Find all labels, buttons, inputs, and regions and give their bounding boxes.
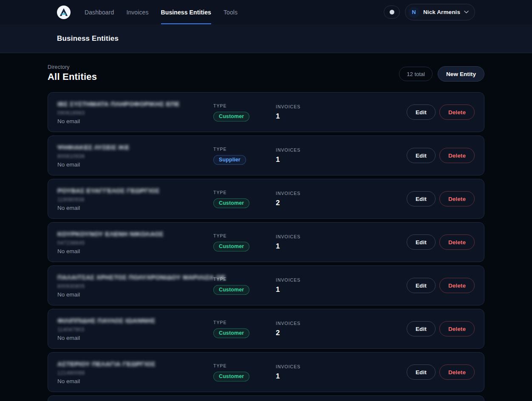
chevron-down-icon xyxy=(464,11,469,14)
page-header: Business Entities xyxy=(0,24,532,53)
entity-email: No email xyxy=(57,161,213,168)
invoice-count: 1 xyxy=(276,112,407,121)
entity-actions: Edit Delete xyxy=(407,364,475,380)
type-badge: Customer xyxy=(213,328,249,338)
type-label: TYPE xyxy=(213,363,276,368)
entity-actions: Edit Delete xyxy=(407,321,475,336)
entity-name: ΠΑΛΑΙΤΣΑΣ ΧΡΗΣΤΟΣ ΠΟΛΥΧΡΟΝΙΔΟΥ ΜΑΡΙΛΙΖΑ … xyxy=(57,274,213,281)
total-count-badge: 12 total xyxy=(399,67,433,81)
entity-name: ΑΣΤΕΡΙΟΥ ΠΕΛΑΓΙΑ ΓΕΩΡΓΙΟΣ xyxy=(57,360,213,367)
nav-item-tools[interactable]: Tools xyxy=(224,0,238,24)
directory-eyebrow: Directory xyxy=(48,64,97,70)
top-nav: DashboardInvoicesBusiness EntitiesTools … xyxy=(0,0,532,24)
theme-toggle-button[interactable] xyxy=(384,6,400,19)
invoices-label: INVOICES xyxy=(276,147,407,152)
invoices-label: INVOICES xyxy=(276,191,407,196)
entity-invoices-column: INVOICES 2 xyxy=(276,191,407,207)
entity-type-column: TYPE Supplier xyxy=(213,147,276,165)
invoice-count: 1 xyxy=(276,242,407,251)
delete-button[interactable]: Delete xyxy=(439,234,475,250)
user-name: Nick Armenis xyxy=(423,9,460,15)
type-badge: Customer xyxy=(213,372,249,381)
type-label: TYPE xyxy=(213,320,276,325)
invoices-label: INVOICES xyxy=(276,104,407,109)
invoice-count: 2 xyxy=(276,329,407,337)
entity-name: ΚΟΥΡΚΟΥΝΟΥ ΕΛΕΝΗ ΝΙΚΟΛΑΟΣ xyxy=(57,230,213,237)
entity-invoices-column: INVOICES 1 xyxy=(276,277,407,294)
entity-email: No email xyxy=(57,205,213,211)
main-content: Directory All Entities 12 total New Enti… xyxy=(48,64,484,401)
edit-button[interactable]: Edit xyxy=(407,364,436,380)
entity-tax-id: 800810936 xyxy=(57,153,213,159)
entity-tax-id: 114047903 xyxy=(57,327,213,333)
edit-button[interactable]: Edit xyxy=(407,148,436,163)
entity-card: ΚΟΥΡΚΟΥΝΟΥ ΕΛΕΝΗ ΝΙΚΟΛΑΟΣ 047238845 No e… xyxy=(48,222,484,262)
directory-title: All Entities xyxy=(48,71,97,82)
entity-info: ΑΣΤΕΡΙΟΥ ΠΕΛΑΓΙΑ ΓΕΩΡΓΙΟΣ 121480088 No e… xyxy=(57,360,213,384)
type-badge: Customer xyxy=(213,242,249,251)
entity-actions: Edit Delete xyxy=(407,234,475,250)
entity-card: ΡΟΥΒΑΣ ΕΥΑΓΓΕΛΟΣ ΓΕΩΡΓΙΟΣ 119080938 No e… xyxy=(48,179,484,219)
entity-card: ΦΙΛΙΠΠΙΔΗΣ ΠΑΥΛΟΣ ΙΩΑΝΝΗΣ 114047903 No e… xyxy=(48,309,484,349)
delete-button[interactable]: Delete xyxy=(439,191,475,206)
avatar: N xyxy=(408,7,419,18)
invoices-label: INVOICES xyxy=(276,364,407,369)
entity-info: ΙΒΣ ΣΥΣΤΗΜΑΤΑ ΠΛΗΡΟΦΟΡΙΚΗΣ ΕΠΕ 090618983… xyxy=(57,100,213,124)
entity-actions: Edit Delete xyxy=(407,191,475,206)
edit-button[interactable]: Edit xyxy=(407,278,436,293)
entity-card: ΨΗΦΙΑΚΕΣ ΛΥΣΕΙΣ ΙΚΕ 800810936 No email T… xyxy=(48,136,484,175)
app-logo[interactable] xyxy=(57,6,71,19)
entity-invoices-column: INVOICES 1 xyxy=(276,234,407,251)
invoice-count: 1 xyxy=(276,285,407,294)
entity-info: ΡΟΥΒΑΣ ΕΥΑΓΓΕΛΟΣ ΓΕΩΡΓΙΟΣ 119080938 No e… xyxy=(57,187,213,211)
entity-card: ΑΣΤΕΡΙΟΥ ΠΕΛΑΓΙΑ ΓΕΩΡΓΙΟΣ 121480088 No e… xyxy=(48,352,484,392)
invoice-count: 1 xyxy=(276,372,407,381)
entity-email: No email xyxy=(57,118,213,124)
edit-button[interactable]: Edit xyxy=(407,191,436,206)
entity-type-column: TYPE Customer xyxy=(213,320,276,338)
entity-card-partial xyxy=(48,395,484,401)
new-entity-button[interactable]: New Entity xyxy=(438,66,484,82)
type-badge: Customer xyxy=(213,112,249,121)
entity-actions: Edit Delete xyxy=(407,104,475,120)
delete-button[interactable]: Delete xyxy=(439,321,475,336)
entity-email: No email xyxy=(57,335,213,341)
delete-button[interactable]: Delete xyxy=(439,148,475,163)
edit-button[interactable]: Edit xyxy=(407,234,436,250)
entity-tax-id: 800930805 xyxy=(57,283,213,289)
entity-name: ΨΗΦΙΑΚΕΣ ΛΥΣΕΙΣ ΙΚΕ xyxy=(57,144,213,151)
entity-tax-id: 119080938 xyxy=(57,197,213,203)
theme-dot-icon xyxy=(390,10,394,14)
entity-invoices-column: INVOICES 1 xyxy=(276,364,407,381)
type-label: TYPE xyxy=(213,190,276,195)
entity-info: ΚΟΥΡΚΟΥΝΟΥ ΕΛΕΝΗ ΝΙΚΟΛΑΟΣ 047238845 No e… xyxy=(57,230,213,254)
entity-invoices-column: INVOICES 2 xyxy=(276,321,407,337)
entity-card: ΠΑΛΑΙΤΣΑΣ ΧΡΗΣΤΟΣ ΠΟΛΥΧΡΟΝΙΔΟΥ ΜΑΡΙΛΙΖΑ … xyxy=(48,265,484,305)
edit-button[interactable]: Edit xyxy=(407,104,436,120)
nav-item-dashboard[interactable]: Dashboard xyxy=(85,0,114,24)
delete-button[interactable]: Delete xyxy=(439,104,475,120)
user-menu-button[interactable]: N Nick Armenis xyxy=(405,4,475,20)
entity-name: ΡΟΥΒΑΣ ΕΥΑΓΓΕΛΟΣ ΓΕΩΡΓΙΟΣ xyxy=(57,187,213,194)
type-badge: Customer xyxy=(213,285,249,295)
nav-item-invoices[interactable]: Invoices xyxy=(126,0,148,24)
logo-icon xyxy=(57,6,71,19)
main-nav: DashboardInvoicesBusiness EntitiesTools xyxy=(85,0,238,24)
nav-item-business-entities[interactable]: Business Entities xyxy=(161,0,211,24)
delete-button[interactable]: Delete xyxy=(439,364,475,380)
entity-actions: Edit Delete xyxy=(407,148,475,163)
directory-header: Directory All Entities 12 total New Enti… xyxy=(48,64,484,82)
delete-button[interactable]: Delete xyxy=(439,278,475,293)
invoices-label: INVOICES xyxy=(276,321,407,326)
entity-info: ΨΗΦΙΑΚΕΣ ΛΥΣΕΙΣ ΙΚΕ 800810936 No email xyxy=(57,144,213,168)
entity-tax-id: 047238845 xyxy=(57,240,213,246)
edit-button[interactable]: Edit xyxy=(407,321,436,336)
entity-name: ΦΙΛΙΠΠΙΔΗΣ ΠΑΥΛΟΣ ΙΩΑΝΝΗΣ xyxy=(57,317,213,324)
entity-type-column: TYPE Customer xyxy=(213,233,276,251)
invoice-count: 1 xyxy=(276,155,407,164)
entity-type-column: TYPE Customer xyxy=(213,103,276,121)
entity-card: ΙΒΣ ΣΥΣΤΗΜΑΤΑ ΠΛΗΡΟΦΟΡΙΚΗΣ ΕΠΕ 090618983… xyxy=(48,92,484,132)
entity-email: No email xyxy=(57,378,213,384)
entity-list: ΙΒΣ ΣΥΣΤΗΜΑΤΑ ΠΛΗΡΟΦΟΡΙΚΗΣ ΕΠΕ 090618983… xyxy=(48,92,484,401)
entity-invoices-column: INVOICES 1 xyxy=(276,147,407,164)
